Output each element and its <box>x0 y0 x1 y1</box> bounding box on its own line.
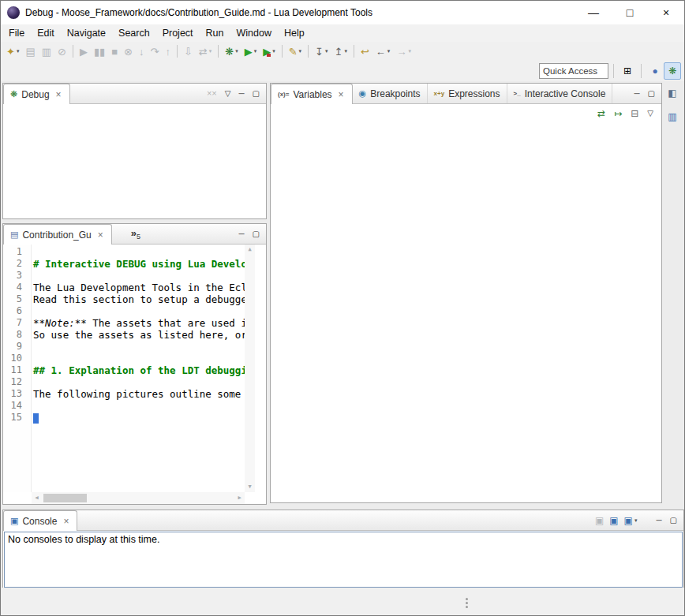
maximize-view-icon[interactable]: ▢ <box>648 90 655 98</box>
open-perspective-icon[interactable]: ⊞ <box>619 62 636 80</box>
close-button[interactable]: × <box>648 1 684 24</box>
code-line[interactable]: 2# Interactive DEBUG using Lua Develop <box>3 258 245 270</box>
code-line[interactable]: 10 <box>3 353 245 364</box>
menu-search[interactable]: Search <box>112 26 156 40</box>
scrollbar-thumb[interactable] <box>43 494 87 502</box>
back-icon[interactable]: ←▾ <box>372 43 394 60</box>
console-icon: ▣ <box>10 517 18 525</box>
chevron-overflow-icon: » <box>131 228 137 238</box>
resume-icon[interactable]: ▶ <box>77 43 91 60</box>
drop-to-frame-icon[interactable]: ⇩ <box>181 43 196 60</box>
code-line[interactable]: 14 <box>3 400 245 412</box>
ldt-perspective-button[interactable]: ● <box>646 62 664 80</box>
disconnect-icon[interactable]: ⊗ <box>121 43 136 60</box>
maximize-view-icon[interactable]: ▢ <box>253 230 260 238</box>
code-line[interactable]: 15 <box>3 412 245 424</box>
editor-tab-overflow[interactable]: » 5 <box>131 228 140 241</box>
remove-all-terminated-icon[interactable]: ×× <box>207 89 217 98</box>
code-line[interactable]: 11## 1. Explanation of the LDT debuggin <box>3 364 245 376</box>
minimize-view-icon[interactable]: ─ <box>634 90 639 98</box>
code-line[interactable]: 8So use the assets as listed here, or <box>3 329 245 341</box>
menu-edit[interactable]: Edit <box>31 26 61 40</box>
editor-content[interactable]: 12# Interactive DEBUG using Lua Develop3… <box>3 245 266 504</box>
step-return-icon[interactable]: ↑ <box>162 43 174 60</box>
tab-variables[interactable]: (x)=Variables× <box>271 84 353 104</box>
menu-file[interactable]: File <box>2 26 31 40</box>
tab-console[interactable]: ▣ Console × <box>3 510 77 531</box>
tab-label: Debug <box>21 89 49 100</box>
minimize-view-icon[interactable]: ─ <box>238 230 244 238</box>
menu-window[interactable]: Window <box>230 26 278 40</box>
sash-grip[interactable] <box>466 598 468 600</box>
debug-icon[interactable]: ❋▾ <box>222 43 241 60</box>
menu-project[interactable]: Project <box>156 26 200 40</box>
skip-all-breakpoints-icon[interactable]: ⊘ <box>54 43 69 60</box>
next-annotation-icon[interactable]: ↧▾ <box>312 43 331 60</box>
minimize-button[interactable]: — <box>575 1 612 24</box>
line-text: **Note:** The assets that are used in <box>27 317 245 329</box>
horizontal-scrollbar[interactable]: ◀ ▶ <box>32 492 245 504</box>
vertical-scrollbar[interactable]: ▲ ▼ <box>245 245 255 492</box>
menu-navigate[interactable]: Navigate <box>61 26 112 40</box>
close-icon[interactable]: × <box>62 516 70 527</box>
display-selected-console-icon[interactable]: ▣ <box>609 516 618 525</box>
previous-annotation-icon[interactable]: ↥▾ <box>331 43 350 60</box>
title-bar[interactable]: Debug - Moose_Framework/docs/Contributio… <box>1 1 684 24</box>
maximize-button[interactable]: □ <box>612 1 648 24</box>
step-over-icon[interactable]: ↷ <box>148 43 163 60</box>
debug-perspective-button[interactable]: ❋ <box>664 62 681 80</box>
tab-expressions[interactable]: x+yExpressions <box>428 84 507 103</box>
scroll-right-icon[interactable]: ▶ <box>234 495 245 501</box>
maximize-view-icon[interactable]: ▢ <box>670 517 677 525</box>
minimized-view-1-icon[interactable]: ◧ <box>664 84 681 102</box>
tab-interactive-console[interactable]: >_Interactive Console <box>507 84 613 103</box>
terminate-icon[interactable]: ■ <box>108 43 121 60</box>
menu-help[interactable]: Help <box>278 26 311 40</box>
close-icon[interactable]: × <box>337 89 346 100</box>
tab-debug[interactable]: ❋ Debug × <box>3 84 70 104</box>
scroll-up-icon[interactable]: ▲ <box>248 245 251 255</box>
menu-run[interactable]: Run <box>200 26 230 40</box>
view-menu-icon[interactable]: ▽ <box>225 90 231 98</box>
suspend-icon[interactable]: ▮▮ <box>91 43 108 60</box>
save-all-icon[interactable]: ▥ <box>39 43 54 60</box>
console-text-area[interactable]: No consoles to display at this time. <box>4 532 683 588</box>
code-line[interactable]: 6 <box>3 305 245 317</box>
tab-contribution-guide[interactable]: ▤ Contribution_Gu × <box>3 224 112 245</box>
scroll-down-icon[interactable]: ▼ <box>248 482 251 492</box>
show-type-names-icon[interactable]: ⇄ <box>597 109 605 118</box>
code-line[interactable]: 4The Lua Development Tools in the Ecli <box>3 282 245 293</box>
save-icon[interactable]: ▤ <box>22 43 38 60</box>
code-line[interactable]: 12 <box>3 376 245 388</box>
minimize-view-icon[interactable]: ─ <box>656 517 661 525</box>
close-icon[interactable]: × <box>54 89 63 100</box>
line-text: The following pictures outline some o <box>27 388 245 400</box>
code-line[interactable]: 7**Note:** The assets that are used in <box>3 317 245 329</box>
collapse-all-icon[interactable]: ⊟ <box>631 109 638 118</box>
new-icon[interactable]: ✦▾ <box>3 43 22 60</box>
tab-breakpoints[interactable]: ◉Breakpoints <box>353 84 428 103</box>
code-line[interactable]: 1 <box>3 246 245 258</box>
mark-occurrences-icon[interactable]: ✎▾ <box>286 43 305 60</box>
use-step-filters-icon[interactable]: ⇄▾ <box>196 43 215 60</box>
pin-console-icon[interactable]: ▣ <box>595 516 604 525</box>
maximize-view-icon[interactable]: ▢ <box>253 90 260 98</box>
code-line[interactable]: 13The following pictures outline some o <box>3 388 245 400</box>
quick-access-input[interactable] <box>539 63 608 79</box>
scroll-left-icon[interactable]: ◀ <box>32 495 42 501</box>
open-console-icon[interactable]: ▣▾ <box>624 516 638 525</box>
minimize-view-icon[interactable]: ─ <box>238 90 244 98</box>
close-icon[interactable]: × <box>96 230 105 241</box>
step-into-icon[interactable]: ↓ <box>136 43 148 60</box>
code-line[interactable]: 3 <box>3 270 245 282</box>
view-menu-icon[interactable]: ▽ <box>647 110 653 118</box>
line-text: So use the assets as listed here, or <box>27 329 245 341</box>
forward-icon[interactable]: →▾ <box>393 43 414 60</box>
show-logical-structure-icon[interactable]: ↦ <box>614 109 622 118</box>
last-edit-location-icon[interactable]: ↩ <box>357 43 372 60</box>
external-tools-icon[interactable]: ▶▾ <box>260 43 279 60</box>
code-line[interactable]: 9 <box>3 341 245 353</box>
run-icon[interactable]: ▶▾ <box>241 43 260 60</box>
code-line[interactable]: 5Read this section to setup a debugger <box>3 293 245 305</box>
minimized-view-2-icon[interactable]: ▥ <box>664 108 681 125</box>
